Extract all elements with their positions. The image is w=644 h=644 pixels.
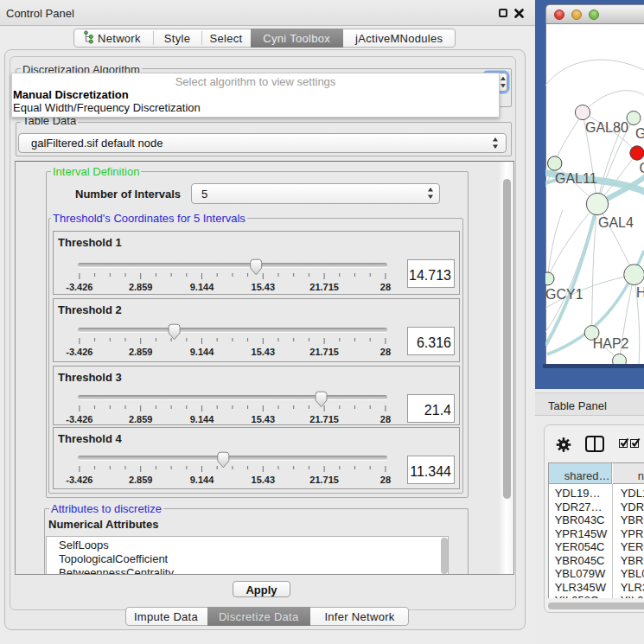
svg-text:GAL11: GAL11 [555, 171, 597, 186]
svg-text:H: H [636, 285, 644, 300]
svg-text:GCY1: GCY1 [545, 287, 583, 302]
svg-text:GAL80: GAL80 [585, 120, 628, 135]
svg-text:GA: GA [635, 126, 644, 141]
svg-text:C: C [640, 161, 644, 175]
svg-text:HAP2: HAP2 [593, 336, 629, 351]
svg-text:GAL4: GAL4 [598, 215, 634, 230]
